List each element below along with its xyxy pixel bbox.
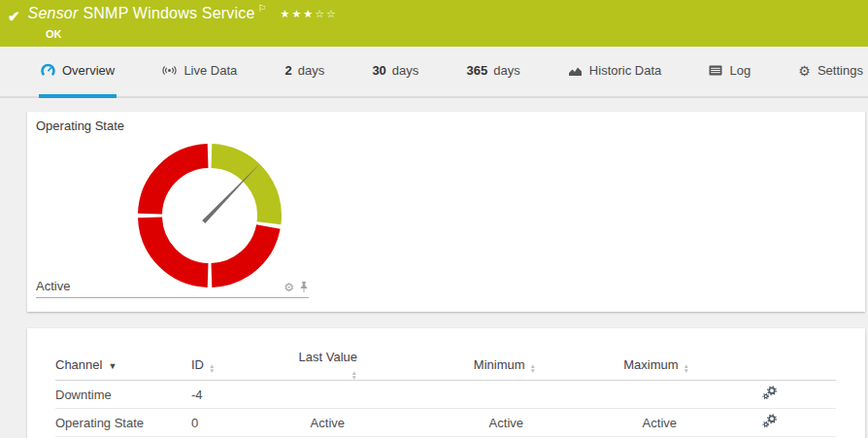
log-icon (709, 65, 722, 76)
tab-number: 365 (467, 63, 488, 78)
pin-icon[interactable] (299, 281, 309, 293)
tab-settings[interactable]: ⚙ Settings (796, 47, 865, 98)
sensor-header: ✔ SensorSNMP Windows Service ⚐ ★★★☆☆ OK (0, 0, 868, 47)
cell-maximum (536, 381, 689, 409)
tab-label: Settings (818, 63, 863, 78)
operating-state-gauge (27, 112, 377, 306)
gauge-footer-icons: ⚙ (284, 281, 309, 293)
status-check-icon: ✔ (8, 8, 20, 25)
cell-minimum: Active (357, 409, 536, 437)
table-row: Downtime -4 (55, 381, 836, 409)
tab-label: days (298, 63, 324, 78)
tab-number: 2 (284, 63, 291, 78)
tab-bar: Overview Live Data 2days 30days 365days … (0, 47, 868, 98)
cell-last-value: Active (293, 409, 357, 437)
sensor-name: SNMP Windows Service (83, 5, 254, 21)
tab-30-days[interactable]: 30days (370, 47, 420, 98)
channel-settings-gear-icon[interactable]: ⚙ (284, 282, 294, 293)
page-title: SensorSNMP Windows Service (28, 5, 255, 22)
sort-icon: ▲▼ (351, 370, 357, 380)
flag-icon[interactable]: ⚐ (258, 3, 267, 14)
sensor-title-row: ✔ SensorSNMP Windows Service ⚐ ★★★☆☆ (8, 5, 338, 25)
tab-label: Overview (62, 63, 115, 78)
sort-icon: ▲▼ (530, 363, 536, 373)
channel-settings-gears-icon[interactable] (762, 386, 778, 403)
area-chart-icon (568, 65, 583, 77)
gauge-current-value: Active (36, 279, 70, 293)
channel-table-panel: Channel▼ ID▲▼ Last Value▲▼ Minimum▲▼ Max… (27, 328, 865, 438)
gauge-icon (41, 63, 55, 78)
cell-maximum: Active (536, 409, 689, 437)
tab-log[interactable]: Log (707, 47, 752, 98)
cell-last-value (293, 381, 357, 409)
tab-label: days (493, 63, 519, 78)
gear-icon: ⚙ (798, 64, 811, 78)
gauge-footer-row: Active ⚙ (36, 279, 309, 298)
tab-label: Historic Data (589, 63, 661, 78)
tab-overview[interactable]: Overview (39, 47, 117, 98)
cell-id: 0 (191, 409, 293, 437)
sort-icon: ▲▼ (209, 363, 215, 373)
tab-number: 30 (372, 63, 385, 78)
sort-desc-icon: ▼ (108, 361, 117, 371)
channel-settings-gears-icon[interactable] (762, 414, 778, 431)
col-header-minimum[interactable]: Minimum▲▼ (357, 350, 536, 381)
channel-table: Channel▼ ID▲▼ Last Value▲▼ Minimum▲▼ Max… (55, 350, 836, 437)
status-badge: OK (46, 28, 62, 40)
cell-minimum (357, 381, 536, 409)
tab-label: Live Data (184, 63, 237, 78)
col-header-id[interactable]: ID▲▼ (191, 350, 293, 381)
table-row: Operating State 0 Active Active Active (55, 409, 836, 437)
sensor-type-label: Sensor (28, 5, 79, 21)
col-header-actions (689, 350, 836, 381)
sort-icon: ▲▼ (684, 363, 689, 373)
table-header-row: Channel▼ ID▲▼ Last Value▲▼ Minimum▲▼ Max… (55, 350, 836, 381)
cell-id: -4 (191, 381, 293, 409)
priority-stars[interactable]: ★★★☆☆ (281, 8, 338, 20)
tab-historic-data[interactable]: Historic Data (566, 47, 663, 98)
gauge-panel: Operating State Active ⚙ (27, 112, 865, 312)
tab-label: Log (729, 63, 751, 78)
cell-channel: Operating State (55, 409, 191, 437)
tab-label: days (392, 63, 418, 78)
tab-2-days[interactable]: 2days (283, 47, 326, 98)
broadcast-icon (162, 63, 177, 78)
col-header-channel[interactable]: Channel▼ (55, 350, 191, 381)
col-header-maximum[interactable]: Maximum▲▼ (536, 350, 689, 381)
tab-live-data[interactable]: Live Data (160, 47, 239, 98)
cell-channel: Downtime (55, 381, 191, 409)
tab-365-days[interactable]: 365days (465, 47, 522, 98)
col-header-last-value[interactable]: Last Value▲▼ (293, 350, 357, 381)
